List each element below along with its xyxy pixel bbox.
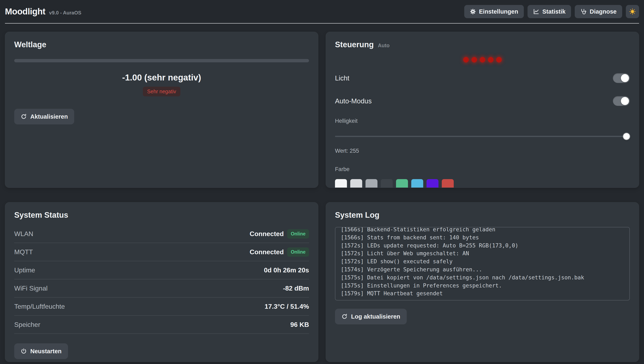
log-line: [1575s] Datei kopiert von /data/settings… [341,274,624,282]
app-header: Moodlight v9.0 - AuraOS [5,0,639,24]
log-viewer[interactable]: [1566s] Backend-Statistiken erfolgreich … [335,227,630,300]
color-swatch[interactable] [426,179,438,188]
status-label: MQTT [14,248,33,256]
led-dot [480,57,485,63]
steuerung-title: Steuerung [335,40,374,49]
licht-toggle[interactable] [613,73,630,83]
led-dot [488,57,494,63]
status-label: Temp/Luftfeuchte [14,303,65,310]
helligkeit-wert: Wert: 255 [335,148,630,154]
status-row-speicher: Speicher 96 KB [14,316,309,334]
led-dot [496,57,502,63]
log-line: [1572s] Licht über Web umgeschaltet: AN [341,249,624,257]
weltlage-title: Weltlage [14,40,309,49]
online-badge: Online [287,229,309,239]
color-swatch[interactable] [366,179,378,188]
led-dot [472,57,477,63]
gear-icon [470,9,476,15]
log-refresh-button[interactable]: Log aktualisieren [335,309,407,324]
weltlage-value: -1.00 (sehr negativ) [14,73,309,83]
farbe-label: Farbe [335,166,630,173]
status-value: -82 dBm [283,284,309,292]
status-value: Connected Online [250,247,309,257]
dashboard-grid: Weltlage -1.00 (sehr negativ) Sehr negat… [5,32,639,362]
restart-label: Neustarten [30,348,62,355]
status-value-text: Connected [250,248,284,256]
log-lines: [1566s] Backend-Statistiken erfolgreich … [341,227,624,297]
status-row-wifi-signal: WiFi Signal -82 dBm [14,279,309,297]
power-icon [20,348,27,354]
log-line: [1574s] Verzögerte Speicherung ausführen… [341,266,624,274]
header-nav: Einstellungen Statistik Diagnose [464,5,639,18]
color-swatch[interactable] [335,179,347,188]
system-log-card: System Log [1566s] Backend-Statistiken e… [326,202,639,362]
status-rows: WLAN Connected Online MQTT Connected Onl… [14,225,309,334]
steuerung-header: Steuerung Auto [335,40,630,49]
log-line: [1575s] Einstellungen in Preferences ges… [341,282,624,290]
refresh-icon [20,114,27,120]
status-row-temp: Temp/Luftfeuchte 17.3°C / 51.4% [14,297,309,316]
color-swatch[interactable] [350,179,362,188]
restart-button[interactable]: Neustarten [14,343,68,359]
color-swatch[interactable] [396,179,408,188]
weltlage-status-badge: Sehr negativ [143,87,180,96]
led-dot [463,57,469,63]
helligkeit-slider[interactable] [335,133,630,140]
stethoscope-icon [580,9,586,15]
statistik-label: Statistik [542,8,566,15]
log-line: [1572s] LED show() executed safely [341,257,624,266]
auto-modus-label: Auto-Modus [335,97,372,105]
system-status-title: System Status [14,211,309,220]
auto-modus-toggle[interactable] [613,96,630,106]
refresh-icon [342,313,348,320]
log-refresh-label: Log aktualisieren [351,313,400,320]
einstellungen-label: Einstellungen [479,8,518,15]
color-swatch[interactable] [411,179,423,188]
status-value: 0d 0h 26m 20s [264,266,309,274]
licht-row: Licht [335,73,630,83]
color-swatch[interactable] [442,179,454,188]
online-badge: Online [287,247,309,257]
color-swatch[interactable] [381,179,393,188]
log-line: [1566s] Stats from backend sent: 140 byt… [341,234,624,242]
status-label: Speicher [14,321,40,328]
status-row-mqtt: MQTT Connected Online [14,243,309,261]
licht-toggle-knob [621,74,629,82]
weltlage-card: Weltlage -1.00 (sehr negativ) Sehr negat… [5,32,318,188]
status-row-wlan: WLAN Connected Online [14,225,309,243]
theme-toggle-button[interactable] [626,5,639,18]
status-label: WLAN [14,230,33,238]
diagnose-label: Diagnose [590,8,616,15]
auto-modus-toggle-knob [621,97,629,105]
helligkeit-label: Helligkeit [335,118,630,124]
status-value: 17.3°C / 51.4% [264,303,309,310]
steuerung-mode-badge: Auto [378,43,390,49]
status-value: 96 KB [290,321,309,328]
licht-label: Licht [335,74,350,82]
steuerung-card: Steuerung Auto Licht Auto-Modus Helligke… [326,32,639,188]
einstellungen-button[interactable]: Einstellungen [464,5,524,18]
status-label: WiFi Signal [14,284,48,292]
weltlage-progress-bar [14,59,309,62]
system-status-card: System Status WLAN Connected Online MQTT… [5,202,318,362]
led-strip [335,57,630,63]
status-label: Uptime [14,266,35,274]
weltlage-refresh-label: Aktualisieren [30,113,68,120]
farbe-swatches [335,179,630,188]
status-value-text: Connected [250,230,284,238]
log-line: [1572s] LEDs update requested: Auto B=25… [341,242,624,250]
log-line: [1566s] Backend-Statistiken erfolgreich … [341,227,624,234]
log-line: [1579s] MQTT Heartbeat gesendet [341,289,624,297]
status-value: Connected Online [250,229,309,239]
chart-line-icon [533,9,539,15]
app-title: Moodlight [5,7,45,17]
statistik-button[interactable]: Statistik [528,5,571,18]
sun-icon [629,8,636,15]
diagnose-button[interactable]: Diagnose [575,5,622,18]
weltlage-refresh-button[interactable]: Aktualisieren [14,109,74,124]
weltlage-badge-wrap: Sehr negativ [14,87,309,96]
helligkeit-slider-track [335,136,630,137]
auto-modus-row: Auto-Modus [335,96,630,106]
brand: Moodlight v9.0 - AuraOS [5,7,82,17]
helligkeit-slider-thumb[interactable] [623,133,630,140]
